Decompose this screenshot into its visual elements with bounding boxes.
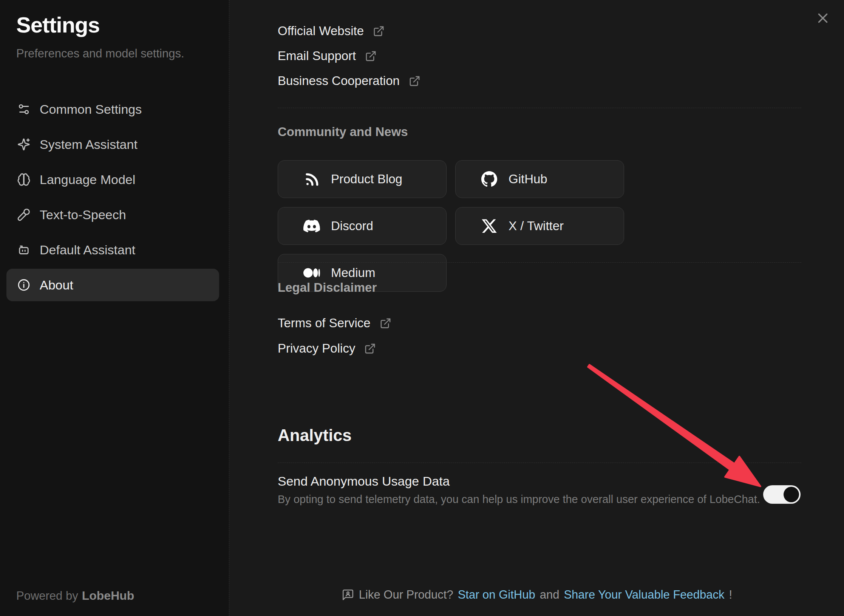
info-icon: [16, 277, 31, 293]
email-support-link[interactable]: Email Support: [278, 47, 801, 65]
business-cooperation-link[interactable]: Business Cooperation: [278, 72, 801, 90]
rss-icon: [303, 170, 320, 188]
link-label: Business Cooperation: [278, 74, 400, 88]
close-button[interactable]: [815, 10, 831, 26]
product-blog-button[interactable]: Product Blog: [278, 160, 447, 198]
section-divider: [278, 463, 801, 463]
feedback-icon: [342, 588, 354, 601]
sidebar-item-label: Language Model: [40, 172, 135, 187]
button-label: Medium: [331, 266, 375, 280]
sidebar-item-default-assistant[interactable]: Default Assistant: [6, 234, 219, 266]
sidebar-item-label: Text-to-Speech: [40, 207, 126, 222]
sidebar-item-language-model[interactable]: Language Model: [6, 163, 219, 196]
close-icon: [816, 11, 830, 25]
analytics-heading: Analytics: [278, 426, 801, 445]
medium-icon: [303, 264, 320, 282]
footer-text: !: [729, 588, 733, 602]
settings-nav: Common Settings System Assistant Languag…: [6, 93, 219, 301]
github-button[interactable]: GitHub: [455, 160, 624, 198]
privacy-policy-link[interactable]: Privacy Policy: [278, 339, 801, 358]
footer-text: Like Our Product?: [359, 588, 453, 602]
link-label: Email Support: [278, 49, 356, 63]
button-label: Product Blog: [331, 172, 402, 186]
sidebar-item-label: Common Settings: [40, 102, 142, 117]
button-label: Discord: [331, 219, 373, 233]
sparkles-icon: [16, 137, 31, 152]
section-divider: [278, 108, 801, 108]
usage-data-label: Send Anonymous Usage Data: [278, 474, 801, 489]
product-footer: Like Our Product? Star on GitHub and Sha…: [230, 588, 844, 602]
section-divider: [278, 262, 801, 263]
sidebar-item-common-settings[interactable]: Common Settings: [6, 93, 219, 125]
share-feedback-link[interactable]: Share Your Valuable Feedback: [564, 588, 724, 602]
sidebar-item-label: System Assistant: [40, 137, 138, 152]
contact-us-heading: Contact Us: [278, 0, 801, 4]
external-link-icon: [365, 50, 377, 62]
discord-button[interactable]: Discord: [278, 207, 447, 245]
external-link-icon: [409, 75, 420, 87]
community-heading: Community and News: [278, 125, 801, 139]
about-panel: Contact Us Official Website Email Suppor…: [230, 0, 844, 616]
lobehub-brand[interactable]: LobeHub: [82, 589, 134, 602]
official-website-link[interactable]: Official Website: [278, 22, 801, 40]
page-title: Settings: [16, 12, 100, 37]
sidebar-item-label: Default Assistant: [40, 243, 135, 257]
button-label: X / Twitter: [509, 219, 564, 233]
external-link-icon: [373, 25, 385, 37]
sidebar-item-system-assistant[interactable]: System Assistant: [6, 128, 219, 161]
legal-heading: Legal Disclaimer: [278, 280, 801, 295]
x-icon: [481, 217, 498, 235]
footer-text: and: [540, 588, 560, 602]
sidebar-item-about[interactable]: About: [6, 269, 219, 301]
star-on-github-link[interactable]: Star on GitHub: [458, 588, 535, 602]
usage-data-description: By opting to send telemetry data, you ca…: [278, 493, 801, 506]
powered-by-text: Powered by: [16, 589, 78, 602]
link-label: Privacy Policy: [278, 341, 355, 356]
toggle-knob: [784, 487, 799, 502]
external-link-icon: [380, 317, 391, 329]
mic-icon: [16, 207, 31, 222]
x-twitter-button[interactable]: X / Twitter: [455, 207, 624, 245]
discord-icon: [303, 217, 320, 235]
settings-window: Settings Preferences and model settings.…: [0, 0, 844, 616]
github-icon: [481, 170, 498, 188]
sidebar-item-label: About: [40, 278, 73, 293]
sidebar-item-text-to-speech[interactable]: Text-to-Speech: [6, 198, 219, 231]
page-subtitle: Preferences and model settings.: [16, 47, 184, 60]
terms-of-service-link[interactable]: Terms of Service: [278, 314, 801, 332]
sliders-icon: [16, 102, 31, 117]
community-buttons: Product Blog GitHub Discord X / Twitter: [278, 160, 801, 292]
link-label: Official Website: [278, 24, 364, 38]
bot-icon: [16, 242, 31, 257]
external-link-icon: [364, 343, 376, 354]
brain-icon: [16, 172, 31, 187]
button-label: GitHub: [509, 172, 547, 186]
usage-toggle[interactable]: [763, 485, 801, 504]
link-label: Terms of Service: [278, 316, 371, 330]
settings-sidebar: Settings Preferences and model settings.…: [0, 0, 229, 616]
powered-by: Powered byLobeHub: [16, 589, 134, 603]
